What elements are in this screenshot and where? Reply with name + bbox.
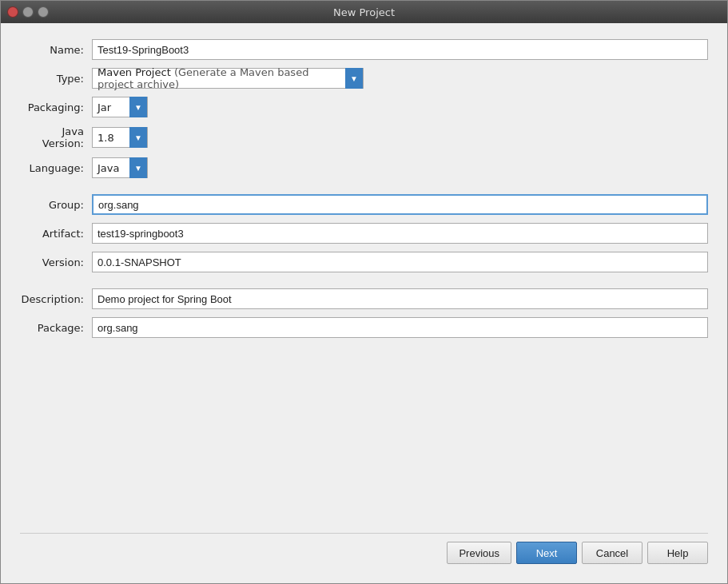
packaging-label: Packaging: (20, 101, 92, 113)
packaging-value: Jar (93, 100, 129, 115)
cancel-button[interactable]: Cancel (582, 542, 642, 564)
artifact-row: Artifact: (20, 223, 708, 244)
java-version-value: 1.8 (93, 130, 129, 145)
new-project-window: New Project Name: Type: Maven Project (G… (0, 0, 728, 584)
dialog-content: Name: Type: Maven Project (Generate a Ma… (1, 23, 727, 583)
description-label: Description: (20, 293, 92, 305)
java-version-select[interactable]: 1.8 ▼ (92, 127, 148, 148)
package-label: Package: (20, 322, 92, 334)
java-version-label: Java Version: (20, 125, 92, 149)
version-label: Version: (20, 256, 92, 268)
type-dropdown-button[interactable]: ▼ (345, 68, 363, 89)
name-input[interactable] (92, 39, 708, 60)
close-button[interactable] (7, 6, 18, 18)
java-version-dropdown-button[interactable]: ▼ (129, 127, 147, 148)
type-select[interactable]: Maven Project (Generate a Maven based pr… (92, 68, 364, 89)
language-row: Language: Java ▼ (20, 157, 708, 178)
previous-button[interactable]: Previous (447, 542, 511, 564)
chevron-down-icon: ▼ (134, 133, 142, 142)
button-bar: Previous Next Cancel Help (20, 533, 708, 570)
type-row: Type: Maven Project (Generate a Maven ba… (20, 68, 708, 89)
name-row: Name: (20, 39, 708, 60)
description-input[interactable] (92, 288, 708, 309)
language-select[interactable]: Java ▼ (92, 157, 148, 178)
version-row: Version: (20, 252, 708, 272)
package-input[interactable] (92, 317, 708, 338)
form-area: Name: Type: Maven Project (Generate a Ma… (20, 39, 708, 533)
version-input[interactable] (92, 252, 708, 272)
chevron-down-icon: ▼ (350, 74, 358, 83)
artifact-label: Artifact: (20, 228, 92, 240)
group-row: Group: (20, 194, 708, 215)
package-row: Package: (20, 317, 708, 338)
packaging-row: Packaging: Jar ▼ (20, 97, 708, 117)
language-value: Java (93, 161, 129, 176)
maximize-button[interactable] (38, 6, 49, 18)
packaging-dropdown-button[interactable]: ▼ (129, 97, 147, 117)
chevron-down-icon: ▼ (134, 164, 142, 173)
artifact-input[interactable] (92, 223, 708, 244)
chevron-down-icon: ▼ (134, 103, 142, 112)
name-label: Name: (20, 44, 92, 56)
next-button[interactable]: Next (516, 542, 577, 564)
group-input[interactable] (92, 194, 708, 215)
packaging-select[interactable]: Jar ▼ (92, 97, 148, 117)
help-button[interactable]: Help (647, 542, 708, 564)
group-label: Group: (20, 199, 92, 211)
description-row: Description: (20, 288, 708, 309)
type-value: Maven Project (Generate a Maven based pr… (93, 65, 345, 92)
titlebar-buttons (7, 6, 49, 18)
java-version-row: Java Version: 1.8 ▼ (20, 125, 708, 149)
window-title: New Project (55, 6, 673, 18)
type-label: Type: (20, 73, 92, 85)
language-dropdown-button[interactable]: ▼ (129, 157, 147, 178)
titlebar: New Project (1, 1, 727, 23)
minimize-button[interactable] (22, 6, 34, 18)
language-label: Language: (20, 162, 92, 174)
